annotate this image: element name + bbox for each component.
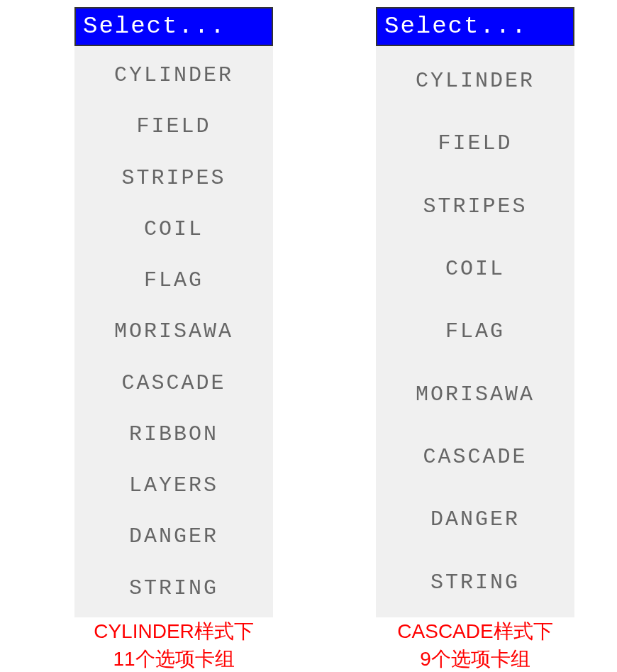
caption-left: CYLINDER样式下 11个选项卡组 [67, 617, 280, 672]
option-item[interactable]: FIELD [438, 131, 512, 155]
option-item[interactable]: COIL [445, 257, 505, 281]
select-header-left[interactable]: Select... [74, 7, 273, 46]
option-item[interactable]: CASCADE [423, 445, 527, 469]
caption-left-line2: 11个选项卡组 [67, 645, 280, 672]
option-item[interactable]: CYLINDER [416, 69, 535, 93]
option-item[interactable]: CYLINDER [114, 63, 233, 87]
option-item[interactable]: STRIPES [423, 194, 527, 219]
option-item[interactable]: FLAG [445, 319, 505, 343]
select-header-right[interactable]: Select... [376, 7, 574, 46]
dropdown-right: Select... CYLINDER FIELD STRIPES COIL FL… [376, 7, 574, 617]
option-item[interactable]: LAYERS [129, 473, 218, 497]
option-list-left: CYLINDER FIELD STRIPES COIL FLAG MORISAW… [74, 46, 273, 617]
option-item[interactable]: STRING [430, 571, 520, 595]
option-item[interactable]: CASCADE [121, 371, 226, 395]
option-item[interactable]: FLAG [144, 268, 204, 292]
caption-right-line2: 9个选项卡组 [369, 645, 582, 672]
option-item[interactable]: DANGER [129, 524, 218, 549]
dropdown-left: Select... CYLINDER FIELD STRIPES COIL FL… [74, 7, 273, 617]
option-item[interactable]: STRING [129, 576, 218, 600]
option-item[interactable]: MORISAWA [114, 319, 233, 343]
option-item[interactable]: RIBBON [129, 422, 218, 446]
option-item[interactable]: DANGER [430, 507, 520, 531]
option-item[interactable]: COIL [144, 217, 204, 241]
caption-right-line1: CASCADE样式下 [369, 617, 582, 645]
caption-left-line1: CYLINDER样式下 [67, 617, 280, 645]
option-item[interactable]: MORISAWA [416, 382, 535, 407]
option-item[interactable]: STRIPES [121, 166, 226, 190]
option-list-right: CYLINDER FIELD STRIPES COIL FLAG MORISAW… [376, 46, 574, 617]
option-item[interactable]: FIELD [136, 114, 211, 138]
caption-right: CASCADE样式下 9个选项卡组 [369, 617, 582, 672]
